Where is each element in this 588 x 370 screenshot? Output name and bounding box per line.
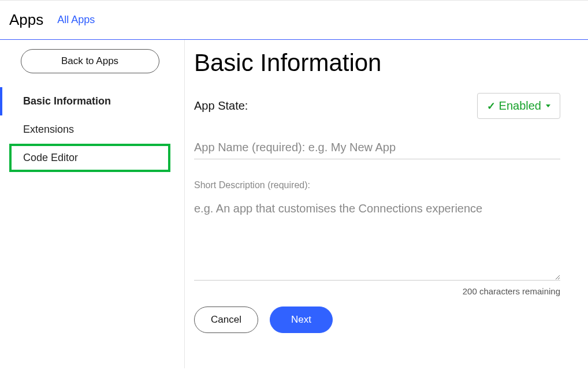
sidebar: Back to Apps Basic Information Extension… — [0, 40, 185, 368]
all-apps-link[interactable]: All Apps — [57, 14, 95, 26]
app-state-label: App State: — [194, 99, 248, 113]
sidebar-item-label: Code Editor — [23, 152, 78, 163]
character-counter: 200 characters remaining — [194, 286, 560, 296]
page-title: Basic Information — [194, 49, 560, 77]
button-row: Cancel Next — [194, 307, 560, 333]
app-state-dropdown[interactable]: ✓ Enabled — [477, 93, 560, 119]
topbar: Apps All Apps — [0, 0, 588, 40]
check-icon: ✓ — [487, 100, 496, 113]
back-to-apps-button[interactable]: Back to Apps — [21, 49, 159, 73]
sidebar-item-label: Extensions — [23, 124, 74, 135]
sidebar-item-code-editor[interactable]: Code Editor — [9, 144, 170, 172]
sidebar-item-basic-information[interactable]: Basic Information — [9, 87, 170, 115]
topbar-title: Apps — [9, 11, 43, 29]
app-state-row: App State: ✓ Enabled — [194, 93, 560, 119]
sidebar-item-extensions[interactable]: Extensions — [9, 115, 170, 144]
short-description-textarea[interactable] — [194, 200, 560, 281]
short-description-label: Short Description (required): — [194, 180, 560, 190]
app-name-input[interactable] — [194, 136, 560, 159]
content-area: Basic Information App State: ✓ Enabled S… — [185, 40, 588, 368]
app-state-value: Enabled — [499, 99, 541, 113]
sidebar-item-label: Basic Information — [23, 95, 111, 107]
caret-down-icon — [546, 104, 550, 107]
cancel-button[interactable]: Cancel — [194, 307, 258, 333]
next-button[interactable]: Next — [270, 307, 333, 333]
